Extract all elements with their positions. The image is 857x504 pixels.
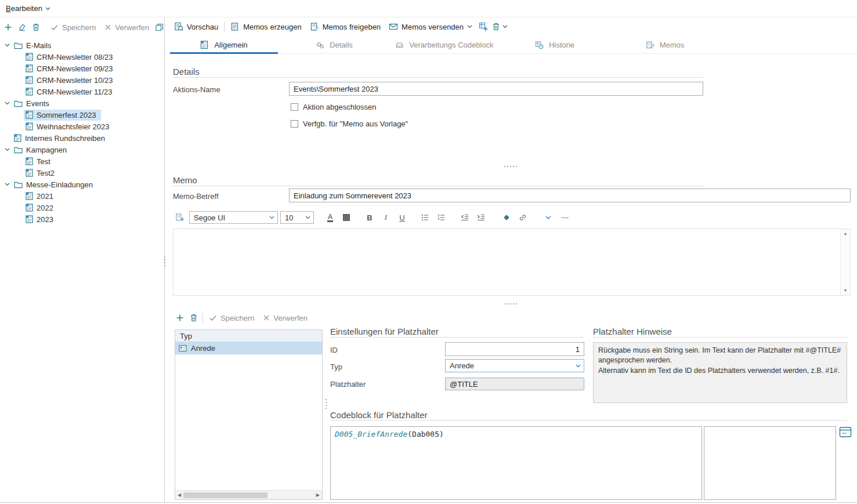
toolbar-separator bbox=[203, 313, 203, 323]
duplicate-button[interactable] bbox=[153, 20, 167, 34]
chevron-down-icon[interactable] bbox=[2, 148, 12, 151]
chevron-down-icon bbox=[467, 25, 472, 28]
underline-button[interactable]: U bbox=[395, 211, 409, 224]
actions-toolbar: Vorschau Memos erzeugen Memos freigeben … bbox=[165, 18, 509, 35]
tab-verarbeitungs-codeblock[interactable]: Verarbeitungs Codeblock bbox=[389, 37, 500, 53]
tree-item-kampagnen[interactable]: Kampagnen bbox=[0, 144, 164, 155]
add-placeholder-button[interactable] bbox=[173, 311, 187, 325]
chevron-down-icon[interactable] bbox=[2, 101, 12, 105]
chevron-down-icon[interactable] bbox=[2, 43, 12, 47]
codeblock-editor[interactable]: D005_BriefAnrede(Dab005) bbox=[330, 426, 702, 500]
scroll-left-icon[interactable]: ◀ bbox=[178, 491, 181, 499]
memos-freigeben-button[interactable]: Memos freigeben bbox=[306, 20, 385, 34]
horizontal-line-button[interactable] bbox=[558, 211, 572, 224]
add-button[interactable] bbox=[1, 20, 15, 34]
codeblock-tab-icon bbox=[395, 41, 404, 49]
memo-betreff-input[interactable]: Einladung zum Sommerevent 2023 bbox=[289, 188, 851, 202]
open-editor-button[interactable] bbox=[838, 425, 852, 439]
font-size-select[interactable]: 10 bbox=[280, 211, 314, 224]
table-add-button[interactable] bbox=[476, 20, 490, 34]
discard-button[interactable]: Verwerfen bbox=[100, 20, 153, 34]
placeholder-row-anrede[interactable]: Anrede bbox=[175, 342, 322, 354]
font-name-value: Segoe UI bbox=[194, 213, 225, 222]
tree-item-2022[interactable]: 2022 bbox=[0, 202, 164, 213]
outdent-button[interactable] bbox=[458, 211, 472, 224]
typ-label: Typ bbox=[330, 362, 342, 371]
richtext-toolbar: Segoe UI 10 A B I U bbox=[173, 210, 572, 225]
id-input[interactable]: 1 bbox=[445, 342, 584, 356]
platzhalter-value: @TITLE bbox=[450, 380, 478, 389]
tree-item-events[interactable]: Events bbox=[0, 97, 164, 109]
insert-field-button[interactable] bbox=[173, 211, 187, 224]
memo-body-editor[interactable]: ▲ ▼ bbox=[173, 229, 851, 296]
fill-color-button[interactable] bbox=[339, 211, 353, 224]
eraser-button[interactable] bbox=[15, 20, 29, 34]
details-tab-icon bbox=[316, 41, 324, 49]
scrollbar-thumb[interactable] bbox=[183, 492, 267, 498]
codeblock-splitter-handle[interactable] bbox=[324, 399, 328, 409]
tree-item-test[interactable]: Test bbox=[0, 155, 164, 167]
tree-item-sommerfest-2023[interactable]: Sommerfest 2023 bbox=[0, 109, 164, 121]
memo-icon bbox=[26, 157, 33, 165]
tree-item-crm-newsletter-11-23[interactable]: CRM-Newsletter 11/23 bbox=[0, 86, 164, 97]
insert-field-icon bbox=[175, 213, 185, 222]
typ-select[interactable]: Anrede bbox=[445, 359, 584, 372]
platzhalter-input[interactable]: @TITLE bbox=[445, 378, 584, 390]
tree-item-weihnachtsfeier-2023[interactable]: Weihnachtsfeier 2023 bbox=[0, 121, 164, 132]
menu-bearbeiten[interactable]: Bearbeiten bbox=[3, 2, 53, 14]
italic-button[interactable]: I bbox=[379, 211, 393, 224]
font-color-button[interactable]: A bbox=[323, 211, 337, 224]
tree-item-internes-rundschreiben[interactable]: Internes Rundschreiben bbox=[0, 132, 164, 144]
divider bbox=[330, 337, 584, 338]
scroll-up-icon[interactable]: ▲ bbox=[841, 231, 850, 236]
check-icon bbox=[50, 23, 59, 32]
tree-item-crm-newsletter-08-23[interactable]: CRM-Newsletter 08/23 bbox=[0, 51, 164, 63]
numbered-list-button[interactable] bbox=[435, 211, 449, 224]
tab-historie[interactable]: Historie bbox=[500, 37, 610, 53]
more-options-button[interactable] bbox=[541, 211, 555, 224]
scroll-down-icon[interactable]: ▼ bbox=[841, 288, 850, 293]
memo-icon bbox=[26, 192, 33, 200]
tab-details[interactable]: Details bbox=[279, 37, 389, 53]
save-placeholder-button[interactable]: Speichern bbox=[205, 311, 258, 325]
tree-item-messe-einladungen[interactable]: Messe-Einladungen bbox=[0, 179, 164, 190]
discard-placeholder-button[interactable]: Verwerfen bbox=[258, 311, 312, 325]
details-collapse-handle[interactable] bbox=[504, 164, 517, 169]
scroll-right-icon[interactable]: ▶ bbox=[316, 491, 320, 499]
bullet-list-button[interactable] bbox=[418, 211, 432, 224]
allgemein-tab-icon bbox=[200, 41, 209, 49]
tab-memos[interactable]: Memos bbox=[610, 37, 720, 53]
bullet-list-icon bbox=[421, 213, 430, 222]
font-name-select[interactable]: Segoe UI bbox=[189, 211, 278, 224]
vorschau-button[interactable]: Vorschau bbox=[170, 20, 222, 34]
hyperlink-button[interactable] bbox=[516, 211, 530, 224]
tree-item-2023[interactable]: 2023 bbox=[0, 213, 164, 225]
symbol-button[interactable] bbox=[500, 211, 514, 224]
chevron-down-icon[interactable] bbox=[2, 183, 12, 186]
editor-vertical-scrollbar[interactable]: ▲ ▼ bbox=[840, 229, 850, 295]
tree-item-2021[interactable]: 2021 bbox=[0, 190, 164, 202]
settings-heading: Einstellungen für Platzhalter bbox=[330, 327, 439, 336]
aktion-abgeschlossen-checkbox[interactable]: Aktion abgeschlossen bbox=[291, 103, 376, 111]
table-horizontal-scrollbar[interactable]: ◀ ▶ bbox=[175, 490, 322, 499]
aktions-name-input[interactable]: Events\Sommerfest 2023 bbox=[289, 82, 703, 96]
tree-item-crm-newsletter-10-23[interactable]: CRM-Newsletter 10/23 bbox=[0, 74, 164, 86]
tree-item-label: Messe-Einladungen bbox=[26, 180, 93, 189]
tree-item-crm-newsletter-09-23[interactable]: CRM-Newsletter 09/23 bbox=[0, 63, 164, 74]
tree-item-test2[interactable]: Test2 bbox=[0, 167, 164, 179]
tree-item-e-mails[interactable]: E-Mails bbox=[0, 39, 164, 51]
delete-placeholder-button[interactable] bbox=[187, 311, 201, 325]
delete-dropdown-button[interactable] bbox=[490, 20, 509, 34]
memos-erzeugen-button[interactable]: Memos erzeugen bbox=[226, 20, 305, 34]
bold-button[interactable]: B bbox=[363, 211, 377, 224]
divider bbox=[593, 337, 848, 338]
tab-allgemein[interactable]: Allgemein bbox=[169, 37, 279, 53]
verfgb-memo-vorlage-checkbox[interactable]: Verfgb. für "Memo aus Vorlage" bbox=[291, 119, 408, 128]
delete-button[interactable] bbox=[29, 20, 43, 34]
tree-item-label: 2022 bbox=[37, 204, 53, 212]
indent-button[interactable] bbox=[474, 211, 488, 224]
memos-versenden-button[interactable]: Memos versenden bbox=[385, 20, 476, 34]
memo-collapse-handle[interactable] bbox=[504, 302, 517, 306]
save-button[interactable]: Speichern bbox=[46, 20, 100, 34]
typ-column-header[interactable]: Typ bbox=[175, 330, 322, 342]
